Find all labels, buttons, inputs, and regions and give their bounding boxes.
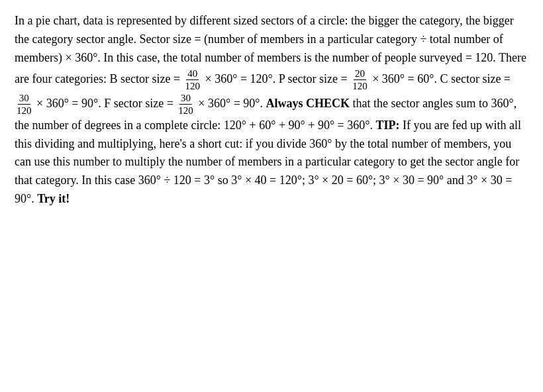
fraction-p-numerator: 20: [354, 68, 366, 80]
fraction-c-denominator: 120: [15, 105, 33, 117]
try-it-label: Try it!: [37, 192, 70, 205]
fraction-c-numerator: 30: [18, 92, 30, 105]
fraction-b-numerator: 40: [186, 68, 199, 80]
fraction-b: 40 120: [184, 68, 202, 92]
fraction-c: 30 120: [15, 92, 33, 117]
always-check-label: Always CHECK: [266, 96, 350, 109]
fraction-f-denominator: 120: [177, 105, 195, 117]
fraction-f-numerator: 30: [179, 92, 192, 105]
fraction-f: 30 120: [177, 92, 195, 117]
tip-label: TIP:: [375, 119, 399, 132]
main-content: In a pie chart, data is represented by d…: [15, 12, 528, 209]
fraction-p-denominator: 120: [351, 80, 369, 92]
explanation-paragraph: In a pie chart, data is represented by d…: [15, 12, 528, 209]
fraction-p: 20 120: [351, 68, 369, 92]
fraction-b-denominator: 120: [184, 80, 202, 92]
